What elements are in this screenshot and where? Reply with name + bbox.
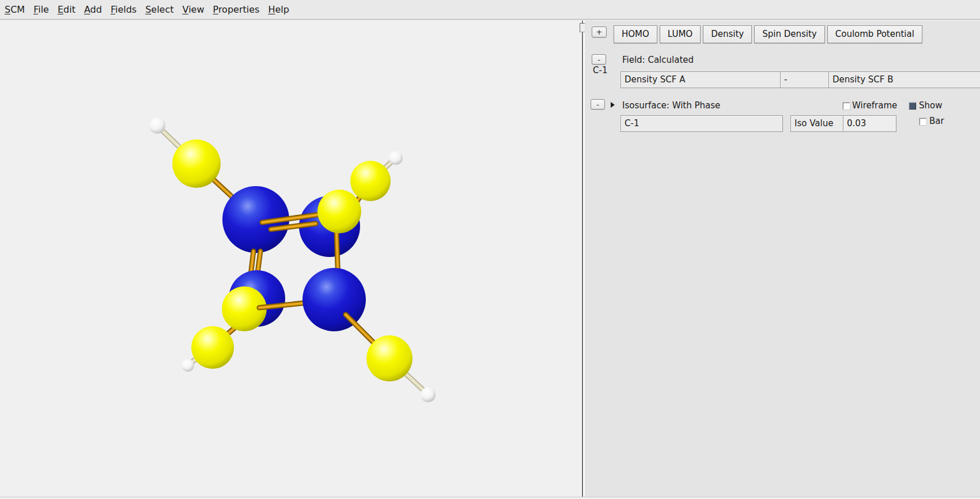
window-bottom-edge bbox=[0, 497, 980, 499]
atom-sulfur[interactable] bbox=[350, 161, 391, 201]
atom-hydrogen[interactable] bbox=[421, 387, 436, 402]
atom-sulfur[interactable] bbox=[366, 335, 413, 381]
isosurface-section-title: Isosurface: With Phase bbox=[622, 100, 720, 111]
wireframe-checkbox-label[interactable]: Wireframe bbox=[852, 101, 897, 111]
tab-lumo[interactable]: LUMO bbox=[660, 25, 701, 43]
show-checkbox[interactable] bbox=[909, 103, 916, 109]
remove-field-button[interactable]: - bbox=[592, 54, 606, 65]
menu-item-add[interactable]: Add bbox=[84, 4, 102, 15]
remove-isosurface-button[interactable]: - bbox=[591, 99, 605, 109]
atom-sulfur[interactable] bbox=[317, 190, 361, 233]
field-preset-tabs: HOMOLUMODensitySpin DensityCoulomb Poten… bbox=[614, 25, 922, 43]
atom-hydrogen[interactable] bbox=[149, 118, 165, 134]
iso-value-label: Iso Value bbox=[790, 115, 843, 132]
tab-spin-density[interactable]: Spin Density bbox=[754, 25, 825, 43]
field-operands-row: Density SCF A - Density SCF B bbox=[620, 71, 980, 88]
atom-hydrogen[interactable] bbox=[389, 151, 403, 165]
menu-item-help[interactable]: Help bbox=[268, 4, 289, 15]
atom-sulfur[interactable] bbox=[172, 139, 221, 188]
bar-checkbox-label[interactable]: Bar bbox=[929, 116, 944, 126]
menu-item-select[interactable]: Select bbox=[145, 4, 173, 15]
show-checkbox-label[interactable]: Show bbox=[919, 101, 942, 111]
menu-item-file[interactable]: File bbox=[33, 4, 49, 15]
atom-sulfur[interactable] bbox=[191, 326, 234, 369]
field-section-title: Field: Calculated bbox=[622, 55, 694, 65]
tab-coulomb-potential[interactable]: Coulomb Potential bbox=[827, 25, 922, 43]
menu-item-properties[interactable]: Properties bbox=[213, 4, 260, 15]
iso-value-input[interactable]: 0.03 bbox=[843, 115, 896, 132]
field-id-label: C-1 bbox=[593, 65, 607, 75]
application-window: SCMFileEditAddFieldsSelectViewProperties… bbox=[0, 0, 980, 499]
density-scf-a-select[interactable]: Density SCF A bbox=[620, 71, 781, 88]
add-field-button[interactable]: + bbox=[592, 27, 607, 37]
panel-splitter[interactable] bbox=[581, 21, 585, 497]
menu-item-fields[interactable]: Fields bbox=[111, 4, 137, 15]
menu-item-edit[interactable]: Edit bbox=[58, 4, 75, 15]
tab-density[interactable]: Density bbox=[703, 25, 752, 43]
menu-item-scm[interactable]: SCM bbox=[5, 4, 25, 15]
molecule-viewport[interactable] bbox=[0, 21, 581, 497]
tab-homo[interactable]: HOMO bbox=[614, 25, 657, 43]
menu-item-view[interactable]: View bbox=[183, 4, 205, 15]
bar-checkbox[interactable] bbox=[920, 118, 926, 125]
density-scf-b-select[interactable]: Density SCF B bbox=[828, 71, 980, 88]
field-operator-select[interactable]: - bbox=[780, 71, 829, 88]
fields-panel: + HOMOLUMODensitySpin DensityCoulomb Pot… bbox=[585, 21, 980, 497]
isosurface-name-input[interactable]: C-1 bbox=[620, 115, 783, 132]
wireframe-checkbox[interactable] bbox=[843, 103, 850, 109]
atom-hydrogen[interactable] bbox=[181, 359, 194, 372]
molecule-3d-scene bbox=[0, 21, 581, 497]
menubar: SCMFileEditAddFieldsSelectViewProperties… bbox=[0, 0, 980, 19]
expander-triangle-icon[interactable] bbox=[611, 102, 615, 108]
